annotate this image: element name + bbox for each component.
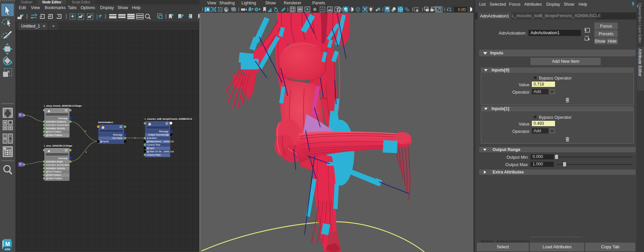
svg-text:M: M — [5, 241, 10, 247]
svg-text:0.00: 0.00 — [458, 7, 466, 12]
svg-text:AYA: AYA — [5, 248, 10, 251]
svg-text:A: A — [206, 7, 209, 11]
